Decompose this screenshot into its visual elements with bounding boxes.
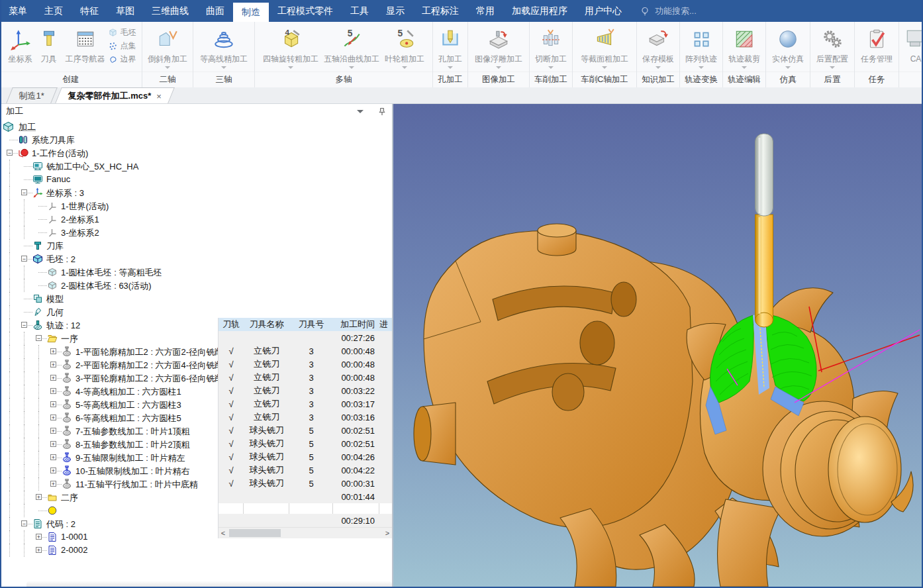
ribbon-small-button[interactable]: 毛坯 <box>108 26 136 39</box>
expand-box-icon[interactable] <box>36 547 42 553</box>
dropdown-caret-icon[interactable] <box>602 66 607 69</box>
expand-box-icon[interactable] <box>50 454 56 460</box>
dropdown-caret-icon[interactable] <box>548 66 554 69</box>
ribbon-button[interactable]: 后置配置 <box>814 24 851 69</box>
dropdown-caret-icon[interactable] <box>656 66 661 69</box>
table-row[interactable]: √球头铣刀500:04:26 <box>219 450 392 464</box>
table-column-header[interactable]: 刀轨 <box>219 318 244 331</box>
expand-box-icon[interactable] <box>50 401 56 407</box>
dropdown-caret-icon[interactable] <box>288 66 293 69</box>
tree-item[interactable]: 2-圆柱体毛坯 : 63(活动) <box>0 279 392 292</box>
ribbon-small-button[interactable]: 点集 <box>108 39 136 52</box>
3d-viewport[interactable] <box>393 103 922 587</box>
tree-item[interactable]: 刀库 <box>0 239 392 252</box>
expand-box-icon[interactable] <box>50 415 56 420</box>
expand-box-icon[interactable] <box>50 375 56 381</box>
table-horizontal-scrollbar[interactable]: <> <box>219 527 392 538</box>
expand-box-icon[interactable] <box>50 388 56 394</box>
expand-box-icon[interactable] <box>50 441 56 447</box>
ribbon-button[interactable]: 4四轴旋转粗加工 <box>260 24 321 69</box>
panel-viewport-splitter[interactable] <box>392 103 393 587</box>
tree-item[interactable]: 坐标系 : 3 <box>0 186 392 199</box>
ribbon-button[interactable]: 切断加工 <box>532 24 569 69</box>
chevron-down-icon[interactable] <box>357 110 364 113</box>
menu-item-10[interactable]: 显示 <box>377 0 413 22</box>
ribbon-button[interactable]: 5叶轮粗加工 <box>382 24 427 69</box>
expand-box-icon[interactable] <box>36 494 42 500</box>
table-column-header[interactable]: 刀具名称 <box>244 318 289 331</box>
ribbon-button[interactable]: 等截面粗加工 <box>578 24 631 69</box>
menu-item-12[interactable]: 常用 <box>467 0 503 22</box>
ribbon-button[interactable]: 等高线精加工 <box>197 24 250 69</box>
dropdown-caret-icon[interactable] <box>742 66 747 69</box>
document-tab-2-active[interactable]: 复杂零部件加工.mcs*× <box>55 87 175 103</box>
table-row[interactable]: √立铣刀300:00:48 <box>219 371 392 384</box>
table-column-header[interactable]: 加工时间 <box>333 318 379 331</box>
menu-item-14[interactable]: 用户中心 <box>576 0 630 22</box>
collapse-box-icon[interactable] <box>21 256 27 262</box>
ribbon-button[interactable]: 实体仿真 <box>769 24 806 69</box>
tree-item[interactable]: 几何 <box>0 305 392 318</box>
dropdown-caret-icon[interactable] <box>496 66 501 69</box>
expand-box-icon[interactable] <box>50 348 56 354</box>
menu-item-11[interactable]: 工程标注 <box>413 0 467 22</box>
menu-item-9[interactable]: 工具 <box>342 0 377 22</box>
ribbon-button[interactable]: 轨迹裁剪 <box>726 24 763 69</box>
tree-item[interactable]: 铣加工中心_5X_HC_HA <box>0 160 392 173</box>
table-row[interactable]: √立铣刀300:00:48 <box>219 358 392 371</box>
menu-item-5[interactable]: 三维曲线 <box>143 0 197 22</box>
ribbon-button[interactable]: 阵列轨迹 <box>683 24 720 69</box>
table-column-header[interactable]: 进 <box>379 318 392 331</box>
ribbon-button[interactable]: 保存模板 <box>640 24 677 69</box>
tree-item[interactable]: 3-坐标系2 <box>0 226 392 239</box>
ribbon-button[interactable]: 5五轴沿曲线加工 <box>321 24 382 69</box>
table-row[interactable]: √球头铣刀500:02:51 <box>219 424 392 437</box>
table-row[interactable]: √立铣刀300:03:17 <box>219 397 392 411</box>
tree-item[interactable]: Fanuc <box>0 173 392 186</box>
tree-item[interactable]: 加工 <box>0 120 392 133</box>
dropdown-caret-icon[interactable] <box>448 66 453 69</box>
table-row[interactable]: 00:29:10 <box>219 514 392 527</box>
tree-item[interactable]: 系统刀具库 <box>0 133 392 146</box>
table-row[interactable]: √球头铣刀500:00:31 <box>219 477 392 490</box>
dropdown-caret-icon[interactable] <box>785 66 791 69</box>
table-row[interactable]: √立铣刀300:03:16 <box>219 411 392 424</box>
tree-item[interactable]: 模型 <box>0 292 392 305</box>
expand-box-icon[interactable] <box>50 467 56 473</box>
dropdown-caret-icon[interactable] <box>402 66 407 69</box>
ribbon-button[interactable]: 工序导航器 <box>63 24 108 64</box>
dropdown-caret-icon[interactable] <box>699 66 704 69</box>
menu-item-2[interactable]: 主页 <box>36 0 72 22</box>
collapse-box-icon[interactable] <box>7 150 13 156</box>
ribbon-button[interactable]: 图像浮雕加工 <box>472 24 525 69</box>
table-column-header[interactable]: 刀具号 <box>289 318 333 331</box>
menu-item-7-active[interactable]: 制造 <box>233 3 269 22</box>
dropdown-caret-icon[interactable] <box>830 66 835 69</box>
scroll-left-arrow-icon[interactable]: < <box>219 528 228 538</box>
expand-box-icon[interactable] <box>36 534 42 540</box>
table-row[interactable]: √球头铣刀500:02:51 <box>219 437 392 450</box>
dropdown-caret-icon[interactable] <box>165 66 170 69</box>
dropdown-caret-icon[interactable] <box>349 66 354 69</box>
function-search[interactable]: 功能搜索... <box>640 0 697 22</box>
pin-icon[interactable] <box>378 107 386 116</box>
menu-item-6[interactable]: 曲面 <box>197 0 233 22</box>
collapse-box-icon[interactable] <box>36 335 42 341</box>
ribbon-button[interactable]: 坐标系 <box>6 24 35 64</box>
table-row[interactable]: √立铣刀300:03:22 <box>219 384 392 397</box>
menu-item-3[interactable]: 特征 <box>72 0 107 22</box>
tree-item[interactable]: 2-坐标系1 <box>0 213 392 226</box>
tree-item[interactable]: 2-0002 <box>0 544 392 557</box>
table-row[interactable]: 00:27:26 <box>219 331 392 344</box>
expand-box-icon[interactable] <box>50 362 56 368</box>
menu-item-8[interactable]: 工程模式零件 <box>269 0 342 22</box>
document-tab-1[interactable]: 制造1* <box>6 87 58 103</box>
table-row[interactable]: √立铣刀300:00:48 <box>219 344 392 358</box>
close-icon[interactable]: × <box>157 91 162 101</box>
ribbon-button[interactable]: 刀具 <box>35 24 63 64</box>
collapse-box-icon[interactable] <box>21 189 27 195</box>
expand-box-icon[interactable] <box>50 428 56 434</box>
table-row[interactable]: 00:01:44 <box>219 490 392 503</box>
ribbon-button[interactable]: 倒斜角加工 <box>145 24 190 69</box>
tree-item[interactable]: 1-工作台(活动) <box>0 146 392 160</box>
